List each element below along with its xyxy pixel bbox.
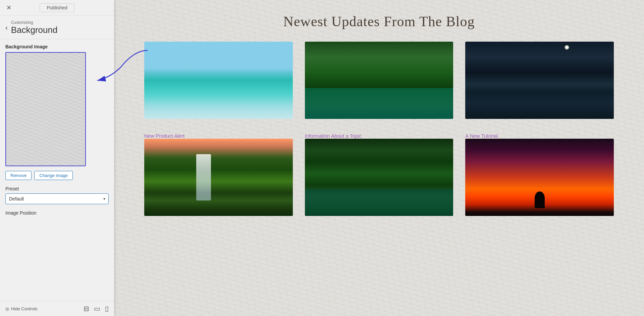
image-action-buttons: Remove Change image	[5, 171, 109, 180]
back-button[interactable]: ‹	[5, 24, 8, 32]
blog-card-3	[465, 42, 614, 123]
blog-card-6: A New Tutorial	[465, 133, 614, 220]
panel-title: Background	[11, 25, 58, 35]
hide-controls-button[interactable]: ◎ Hide Controls	[5, 306, 38, 311]
close-button[interactable]: ✕	[4, 3, 13, 12]
desktop-icon[interactable]: ⊟	[84, 305, 89, 313]
change-image-button[interactable]: Change image	[34, 171, 73, 180]
blog-inner: Newest Updates From The Blog New Product…	[134, 13, 624, 220]
panel-subtitle: Customizing	[11, 20, 58, 25]
bg-image-section-label: Background Image	[5, 44, 109, 49]
blog-grid: New Product Alert Information About a To…	[144, 42, 614, 220]
blog-post-title-5[interactable]: Information About a Topic	[305, 133, 453, 139]
hide-controls-label: Hide Controls	[11, 306, 38, 311]
background-image-preview[interactable]	[5, 52, 86, 166]
blog-card-image-3	[465, 42, 614, 119]
bottom-bar: ◎ Hide Controls ⊟ ▭ ▯	[0, 301, 114, 316]
blog-post-title-6[interactable]: A New Tutorial	[465, 133, 614, 139]
mobile-icon[interactable]: ▯	[105, 305, 109, 313]
back-icon: ‹	[5, 24, 8, 31]
customizer-panel: ✕ Published ‹ Customizing Background Bac…	[0, 0, 114, 316]
blog-background: Newest Updates From The Blog New Product…	[114, 0, 644, 316]
remove-button[interactable]: Remove	[5, 171, 32, 180]
blog-card-image-4	[144, 139, 293, 216]
blog-card-image-1	[144, 42, 293, 119]
device-icons: ⊟ ▭ ▯	[84, 305, 109, 313]
blog-post-title-4[interactable]: New Product Alert	[144, 133, 293, 139]
panel-header: ‹ Customizing Background	[0, 15, 114, 39]
blog-card-1	[144, 42, 293, 123]
panel-title-wrap: Customizing Background	[11, 20, 58, 36]
close-icon: ✕	[6, 4, 11, 11]
preset-select-wrap: Default Fill Fit Repeat Custom ▾	[5, 193, 109, 204]
top-bar: ✕ Published	[0, 0, 114, 15]
tablet-icon[interactable]: ▭	[94, 305, 100, 313]
blog-section-title: Newest Updates From The Blog	[134, 13, 624, 30]
blog-card-image-2	[305, 42, 453, 119]
main-content: Newest Updates From The Blog New Product…	[114, 0, 644, 316]
blog-card-image-6	[465, 139, 614, 216]
circle-icon: ◎	[5, 306, 9, 311]
preset-label: Preset	[5, 186, 109, 191]
blog-card-image-5	[305, 139, 453, 216]
image-position-label: Image Position	[5, 210, 109, 216]
blog-card-2	[305, 42, 453, 123]
blog-card-5: Information About a Topic	[305, 133, 453, 220]
blog-card-4: New Product Alert	[144, 133, 293, 220]
bg-image-inner	[6, 53, 85, 166]
published-button[interactable]: Published	[40, 3, 74, 12]
panel-content: Background Image Remove Change image Pre…	[0, 39, 114, 301]
preset-select[interactable]: Default Fill Fit Repeat Custom	[5, 193, 109, 204]
